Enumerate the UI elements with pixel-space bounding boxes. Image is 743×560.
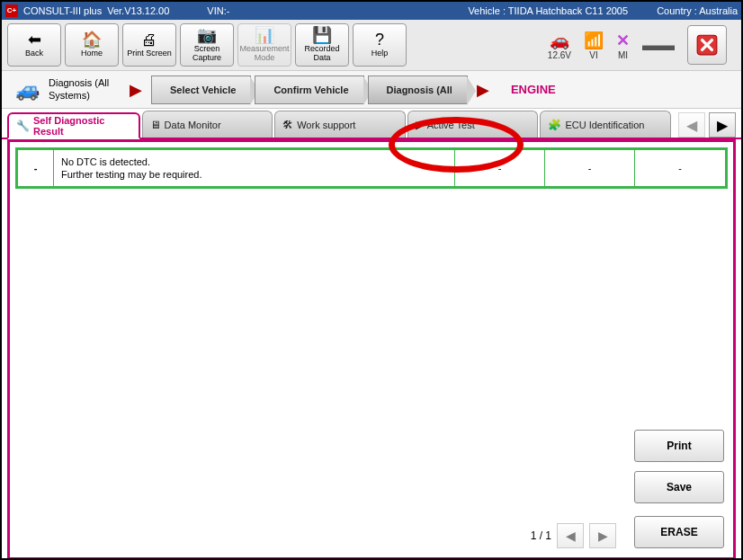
dtc-col2: - bbox=[545, 150, 635, 186]
dtc-col3: - bbox=[635, 150, 725, 186]
data-icon: 💾 bbox=[312, 27, 332, 43]
tab-ecu-id-label: ECU Identification bbox=[565, 120, 644, 130]
help-label: Help bbox=[372, 49, 389, 58]
help-icon: ? bbox=[375, 31, 384, 48]
status-battery: ▬▬ bbox=[642, 36, 675, 55]
print-screen-label: Print Screen bbox=[127, 49, 172, 58]
app-name: CONSULT-III plus bbox=[23, 5, 102, 16]
back-arrow-icon: ⬅ bbox=[28, 31, 41, 48]
content-panel: - No DTC is detected. Further testing ma… bbox=[7, 139, 736, 560]
voltage-value: 12.6V bbox=[548, 50, 571, 60]
tool-icon: 🛠 bbox=[282, 119, 293, 131]
save-button[interactable]: Save bbox=[634, 471, 724, 503]
tab-self-diagnostic[interactable]: 🔧 Self Diagnostic Result bbox=[7, 112, 140, 139]
mi-label: MI bbox=[618, 50, 628, 60]
pager: 1 / 1 ◀ ▶ bbox=[531, 523, 616, 548]
erase-button[interactable]: ERASE bbox=[634, 516, 724, 548]
printer-icon: 🖨 bbox=[141, 31, 157, 48]
chevron-right-icon: ▶ bbox=[477, 80, 489, 100]
title-bar: C+ CONSULT-III plus Ver.V13.12.00 VIN:- … bbox=[2, 2, 741, 20]
signal-icon: 📶 bbox=[584, 31, 604, 50]
tab-data-monitor[interactable]: 🖥 Data Monitor bbox=[142, 111, 273, 138]
home-label: Home bbox=[81, 49, 103, 58]
toolbar: ⬅ Back 🏠 Home 🖨 Print Screen 📷 Screen Ca… bbox=[2, 20, 741, 71]
dtc-col1: - bbox=[455, 150, 545, 186]
play-icon: ▶ bbox=[416, 119, 424, 131]
vi-label: VI bbox=[589, 50, 597, 60]
tab-active-test[interactable]: ▶ Active Test bbox=[407, 111, 539, 138]
back-label: Back bbox=[25, 49, 43, 58]
app-version: Ver.V13.12.00 bbox=[107, 5, 169, 16]
dtc-result-row: - No DTC is detected. Further testing ma… bbox=[15, 147, 728, 189]
home-button[interactable]: 🏠 Home bbox=[65, 23, 119, 67]
tab-ecu-identification[interactable]: 🧩 ECU Identification bbox=[540, 111, 671, 138]
status-mi: ✕ MI bbox=[616, 31, 630, 60]
home-icon: 🏠 bbox=[82, 31, 102, 48]
dtc-message-cell: No DTC is detected. Further testing may … bbox=[54, 150, 455, 186]
tab-work-support-label: Work support bbox=[297, 120, 355, 130]
print-button[interactable]: Print bbox=[634, 430, 724, 462]
tab-next-button[interactable]: ▶ bbox=[709, 112, 736, 138]
tab-data-monitor-label: Data Monitor bbox=[165, 120, 221, 130]
pager-next-button: ▶ bbox=[589, 523, 616, 548]
vin-label: VIN:- bbox=[207, 5, 229, 16]
battery-icon: ▬▬ bbox=[642, 36, 675, 55]
camera-icon: 📷 bbox=[197, 27, 217, 43]
screen-capture-button[interactable]: 📷 Screen Capture bbox=[180, 23, 234, 67]
close-button[interactable] bbox=[687, 25, 727, 65]
vehicle-label: Vehicle : TIIDA Hatchback C11 2005 bbox=[468, 5, 628, 16]
action-buttons: Print Save bbox=[634, 430, 724, 503]
breadcrumb-diagnosis-all[interactable]: Diagnosis (All bbox=[368, 76, 468, 104]
breadcrumb-confirm-vehicle[interactable]: Confirm Vehicle bbox=[255, 76, 363, 104]
dtc-code-cell: - bbox=[18, 150, 54, 186]
app-icon: C+ bbox=[5, 4, 18, 17]
measurement-mode-label: Measurement Mode bbox=[238, 45, 291, 63]
recorded-data-label: Recorded Data bbox=[296, 45, 348, 63]
tab-self-diag-label: Self Diagnostic Result bbox=[33, 115, 131, 137]
chevron-right-icon: ▶ bbox=[130, 80, 142, 100]
print-screen-button[interactable]: 🖨 Print Screen bbox=[122, 23, 176, 67]
chip-icon: 🧩 bbox=[548, 119, 561, 131]
breadcrumb-select-vehicle[interactable]: Select Vehicle bbox=[151, 76, 251, 104]
breadcrumb-system: ENGINE bbox=[511, 83, 556, 96]
pager-text: 1 / 1 bbox=[531, 529, 551, 542]
screen-capture-label: Screen Capture bbox=[181, 45, 233, 63]
gauge-icon: 📊 bbox=[255, 27, 274, 43]
tab-bar: 🔧 Self Diagnostic Result 🖥 Data Monitor … bbox=[2, 109, 741, 139]
status-area: 🚗 12.6V 📶 VI ✕ MI ▬▬ bbox=[539, 23, 736, 67]
status-voltage: 🚗 12.6V bbox=[548, 31, 571, 60]
car-icon: 🚗 bbox=[550, 31, 569, 50]
breadcrumb-start: Diagnosis (All Systems) bbox=[49, 77, 121, 101]
tab-work-support[interactable]: 🛠 Work support bbox=[274, 111, 406, 138]
help-button[interactable]: ? Help bbox=[353, 23, 407, 67]
tab-active-test-label: Active Test bbox=[427, 120, 475, 130]
breadcrumb: 🚙 Diagnosis (All Systems) ▶ Select Vehic… bbox=[2, 71, 741, 109]
recorded-data-button[interactable]: 💾 Recorded Data bbox=[295, 23, 349, 67]
tab-nav: ◀ ▶ bbox=[678, 112, 736, 138]
diagnosis-icon: 🚙 bbox=[9, 76, 45, 103]
monitor-icon: 🖥 bbox=[150, 119, 161, 131]
status-vi: 📶 VI bbox=[584, 31, 604, 60]
x-icon: ✕ bbox=[616, 31, 630, 50]
wrench-icon: 🔧 bbox=[16, 120, 30, 132]
back-button[interactable]: ⬅ Back bbox=[7, 23, 61, 67]
country-label: Country : Australia bbox=[657, 5, 738, 16]
measurement-mode-button: 📊 Measurement Mode bbox=[237, 23, 291, 67]
pager-prev-button: ◀ bbox=[557, 523, 584, 548]
tab-prev-button: ◀ bbox=[678, 112, 705, 138]
close-icon bbox=[695, 33, 719, 57]
